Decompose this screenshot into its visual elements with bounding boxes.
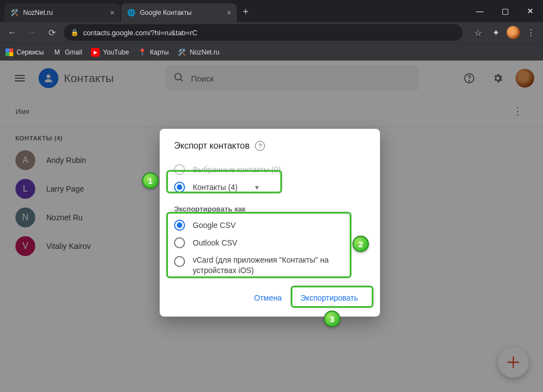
reload-button[interactable]: ⟳: [44, 25, 59, 40]
close-icon[interactable]: ×: [227, 8, 231, 17]
wrench-icon: 🛠️: [10, 8, 19, 17]
export-button[interactable]: Экспортировать: [293, 289, 366, 307]
tab-title: NozNet.ru: [23, 9, 53, 17]
browser-tab[interactable]: 🛠️ NozNet.ru ×: [4, 3, 120, 22]
bookmark-services[interactable]: Сервисы: [6, 48, 44, 56]
apps-icon: [6, 48, 13, 56]
option-selected-contacts: Выбранные контакты (0): [174, 161, 366, 178]
bookmark-youtube[interactable]: ▶ YouTube: [91, 48, 129, 57]
callout-2: 2: [352, 236, 369, 252]
extensions-icon[interactable]: ✦: [488, 25, 503, 40]
star-icon[interactable]: ☆: [470, 25, 486, 40]
gmail-icon: M: [53, 48, 62, 57]
callout-1: 1: [142, 172, 159, 189]
close-window-button[interactable]: ✕: [518, 0, 543, 22]
radio-icon: [174, 182, 185, 193]
youtube-icon: ▶: [91, 48, 100, 57]
export-contacts-dialog: Экспорт контактов ? Выбранные контакты (…: [160, 129, 380, 317]
url-text: contacts.google.com/?hl=ru&tab=rC: [83, 29, 197, 37]
bookmark-noznet[interactable]: 🛠️ NozNet.ru: [177, 48, 219, 57]
wrench-icon: 🛠️: [177, 48, 186, 57]
dialog-title: Экспорт контактов: [174, 141, 249, 151]
browser-tab[interactable]: 🌐 Google Контакты ×: [121, 3, 237, 22]
minimize-button[interactable]: —: [467, 0, 492, 22]
tab-title: Google Контакты: [140, 9, 192, 17]
help-icon[interactable]: ?: [255, 141, 265, 151]
lock-icon: 🔒: [70, 29, 79, 36]
export-as-label: Экспортировать как: [174, 205, 366, 213]
maximize-button[interactable]: ▢: [492, 0, 518, 22]
close-icon[interactable]: ×: [110, 8, 115, 17]
globe-icon: 🌐: [127, 8, 135, 17]
maps-icon: 📍: [138, 48, 146, 57]
back-button[interactable]: ←: [4, 25, 20, 40]
menu-icon[interactable]: ⋮: [523, 25, 539, 40]
radio-icon: [174, 220, 185, 231]
cancel-button[interactable]: Отмена: [246, 289, 289, 307]
bookmark-maps[interactable]: 📍 Карты: [138, 48, 169, 57]
profile-avatar[interactable]: [506, 25, 521, 40]
option-all-contacts[interactable]: Контакты (4) ▾: [174, 178, 366, 196]
radio-icon: [174, 256, 185, 267]
callout-3: 3: [324, 311, 340, 327]
format-google-csv[interactable]: Google CSV: [174, 216, 366, 234]
format-outlook-csv[interactable]: Outlook CSV: [174, 234, 366, 252]
bookmark-gmail[interactable]: M Gmail: [53, 48, 82, 57]
chevron-down-icon[interactable]: ▾: [255, 183, 259, 192]
new-tab-button[interactable]: ＋: [238, 3, 253, 19]
radio-icon: [174, 164, 185, 175]
forward-button[interactable]: →: [24, 25, 40, 40]
address-bar[interactable]: 🔒 contacts.google.com/?hl=ru&tab=rC: [64, 24, 463, 41]
format-vcard[interactable]: vCard (для приложения "Контакты" на устр…: [174, 252, 366, 279]
radio-icon: [174, 237, 185, 248]
